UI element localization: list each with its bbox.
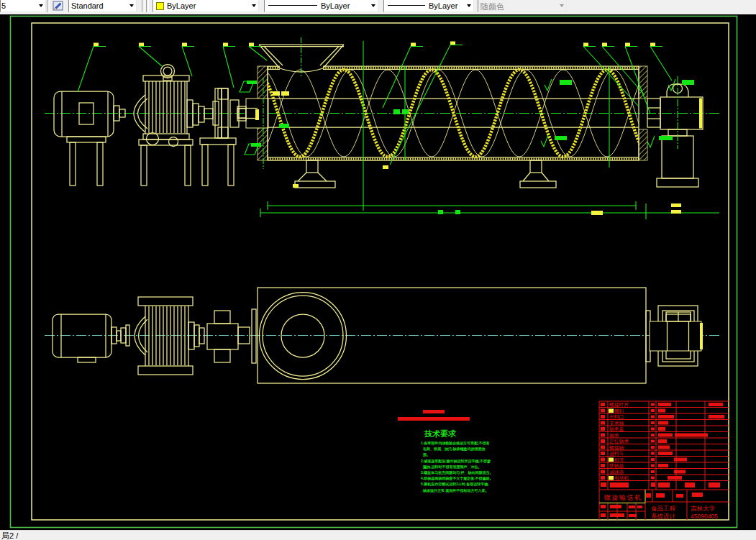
support-foot-right bbox=[520, 160, 556, 188]
bom-part: 机壳 bbox=[614, 457, 624, 463]
reducer-plan bbox=[135, 297, 204, 375]
lineweight-glyph bbox=[388, 5, 425, 6]
tech-line: 3.螺旋体与机壳间隙均匀,径、轴向间隙适当。 bbox=[421, 470, 493, 475]
tech-requirements: 技术要求 1.各零部件均须检验合格后方可装配,不得有 毛刺、铁屑、油污,轴承端盖… bbox=[398, 410, 493, 493]
bom-part: 螺旋轴 bbox=[609, 445, 624, 451]
style-icon bbox=[51, 0, 65, 12]
toolbar-separator bbox=[47, 0, 50, 12]
lineweight-value: ByLayer bbox=[429, 1, 457, 10]
bom-part: 螺钉 bbox=[614, 408, 624, 414]
plot-style-combo[interactable]: 随颜色 bbox=[478, 0, 567, 12]
red-bar-short bbox=[423, 410, 445, 413]
chevron-down-icon bbox=[560, 4, 564, 9]
chevron-down-icon bbox=[129, 4, 134, 9]
motor-side bbox=[54, 91, 125, 186]
dim-style-combo[interactable]: 5 bbox=[0, 0, 46, 12]
bom-part: 定位轴承 bbox=[609, 439, 629, 444]
toolbar: 5 Standard ByLayer ByLayer ByLayer 随颜色 bbox=[0, 0, 756, 14]
color-value: ByLayer bbox=[167, 1, 196, 10]
title-block: 螺旋叶片 螺钉 出料口 支承轴 轴承盖 轴承 定位轴承 螺旋轴 进料斗 机壳 联… bbox=[599, 401, 729, 520]
tech-line: 2.减速器装配后,输出轴运转灵活平稳,不得渗 bbox=[421, 459, 491, 464]
hopper bbox=[259, 37, 344, 76]
side-view bbox=[45, 37, 719, 219]
toolbar-separator bbox=[146, 0, 149, 12]
dept-line2: 系统设计 bbox=[651, 513, 676, 520]
color-swatch bbox=[156, 2, 164, 10]
statusbar: 局2 / bbox=[0, 530, 756, 540]
tech-title: 技术要求 bbox=[424, 429, 457, 438]
linetype-value: ByLayer bbox=[321, 1, 350, 10]
red-bar-long bbox=[398, 417, 470, 421]
bom-part: 轴承盖 bbox=[609, 426, 624, 432]
coupling-side bbox=[200, 88, 246, 186]
tech-line: 1.各零部件均须检验合格后方可装配,不得有 bbox=[421, 441, 490, 446]
title-section: 螺旋输送机 食品工程 系统设计 吉林大学 45090405 bbox=[599, 490, 729, 520]
tech-line: 4.联轴器两轴同轴度不大于规定值,不得偏斜。 bbox=[421, 476, 493, 481]
layout-tab-label[interactable]: 局2 / bbox=[1, 531, 18, 540]
bom-part: 支承轴 bbox=[609, 421, 624, 426]
bom-part: 减速器 bbox=[609, 470, 624, 475]
end-bearing-plan bbox=[646, 306, 703, 366]
bom-part: 进料斗 bbox=[609, 451, 624, 457]
cad-drawing: 技术要求 1.各零部件均须检验合格后方可装配,不得有 毛刺、铁屑、油污,轴承端盖… bbox=[0, 14, 756, 530]
dept-line1: 食品工程 bbox=[651, 505, 676, 512]
plot-style-value: 随颜色 bbox=[481, 1, 504, 12]
color-combo[interactable]: ByLayer bbox=[152, 0, 259, 12]
school-name: 吉林大学 bbox=[691, 505, 716, 512]
support-foot-left bbox=[295, 160, 335, 188]
motor-plan bbox=[53, 314, 129, 362]
drawing-canvas[interactable]: 技术要求 1.各零部件均须检验合格后方可装配,不得有 毛刺、铁屑、油污,轴承端盖… bbox=[0, 14, 756, 530]
text-style-value: Standard bbox=[71, 1, 104, 10]
text-style-button[interactable] bbox=[51, 0, 65, 12]
tech-line: 5.整机应作空载试运转2小时,各部运转平稳, bbox=[421, 482, 489, 487]
drawing-title: 螺旋输送机 bbox=[604, 494, 642, 501]
reducer-side bbox=[134, 65, 204, 186]
bom-part: 电动机 bbox=[614, 475, 629, 480]
tech-line: 漏油,运转时不得有明显噪声、冲击。 bbox=[422, 465, 481, 470]
linetype-combo[interactable]: ByLayer bbox=[264, 0, 378, 12]
chevron-down-icon bbox=[371, 4, 375, 9]
chevron-down-icon bbox=[467, 4, 471, 9]
coupling-plan bbox=[207, 309, 256, 363]
bom-part: 出料口 bbox=[609, 414, 624, 420]
linetype-glyph bbox=[268, 5, 317, 6]
text-style-combo[interactable]: Standard bbox=[68, 0, 137, 12]
school-number: 45090405 bbox=[691, 513, 718, 520]
tech-line: 毛刺、铁屑、油污,轴承端盖均涂润滑油 bbox=[422, 447, 485, 452]
tech-line: 脂。 bbox=[422, 452, 430, 457]
bom-part: 联轴器 bbox=[609, 463, 624, 469]
outer-border bbox=[11, 17, 737, 528]
lineweight-combo[interactable]: ByLayer bbox=[383, 0, 474, 12]
bom-part: 轴承 bbox=[609, 433, 619, 439]
end-bearing-side bbox=[647, 76, 703, 187]
dim-style-value: 5 bbox=[1, 1, 6, 10]
chevron-down-icon bbox=[39, 4, 43, 9]
bom-part: 螺旋叶片 bbox=[609, 402, 629, 408]
chevron-down-icon bbox=[252, 4, 256, 9]
toolbar-separator bbox=[142, 0, 145, 12]
tech-line: 轴承温升正常,紧固件不得松动方可入库。 bbox=[422, 488, 488, 493]
plan-view bbox=[45, 288, 719, 383]
